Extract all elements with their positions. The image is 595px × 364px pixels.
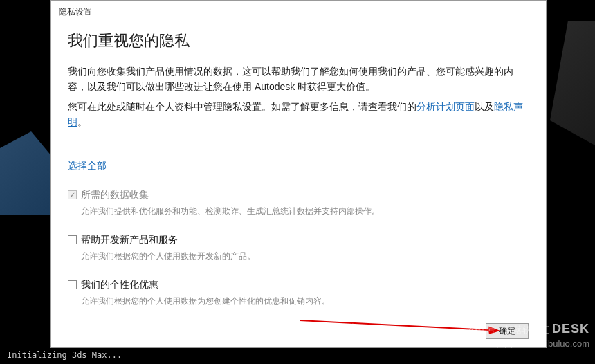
intro-paragraph-1: 我们向您收集我们产品使用情况的数据，这可以帮助我们了解您如何使用我们的产品、您可…: [68, 64, 529, 95]
privacy-heading: 我们重视您的隐私: [68, 30, 529, 51]
background-decoration-right: [550, 21, 595, 145]
watermark: 公众号：部落软件汇 DESK 官网：www.libuluo.com: [468, 320, 589, 350]
watermark-line2: 官网：www.libuluo.com: [468, 338, 589, 350]
intro2-suffix: 。: [77, 116, 87, 127]
checkbox-new-products[interactable]: [68, 235, 77, 244]
select-all-link[interactable]: 选择全部: [68, 160, 107, 172]
svg-line-0: [300, 320, 490, 330]
intro2-prefix: 您可在此处或随时在个人资料中管理隐私设置。如需了解更多信息，请查看我们的: [68, 101, 416, 112]
intro-paragraph-2: 您可在此处或随时在个人资料中管理隐私设置。如需了解更多信息，请查看我们的分析计划…: [68, 99, 529, 130]
option-personalized-offers: 我们的个性化优惠 允许我们根据您的个人使用数据为您创建个性化的优惠和促销内容。: [68, 279, 529, 307]
option-label: 我们的个性化优惠: [81, 279, 158, 291]
status-bar: Initializing 3ds Max...: [7, 350, 122, 360]
intro2-mid: 以及: [475, 101, 494, 112]
option-label: 帮助开发新产品和服务: [81, 234, 178, 246]
privacy-dialog: 隐私设置 我们重视您的隐私 我们向您收集我们产品使用情况的数据，这可以帮助我们了…: [50, 0, 547, 348]
option-new-products: 帮助开发新产品和服务 允许我们根据您的个人使用数据开发新的产品。: [68, 234, 529, 262]
option-row[interactable]: 我们的个性化优惠: [68, 279, 529, 291]
option-required-data: 所需的数据收集 允许我们提供和优化服务和功能、检测欺诈、生成汇总统计数据并支持内…: [68, 189, 529, 217]
watermark-brand: DESK: [552, 322, 589, 336]
watermark-line1: 公众号：部落软件汇 DESK: [468, 320, 589, 338]
option-desc: 允许我们根据您的个人使用数据开发新的产品。: [81, 251, 529, 262]
dialog-body: 我们重视您的隐私 我们向您收集我们产品使用情况的数据，这可以帮助我们了解您如何使…: [51, 24, 546, 316]
checkbox-required: [68, 190, 77, 199]
divider: [68, 147, 529, 147]
option-desc: 允许我们根据您的个人使用数据为您创建个性化的优惠和促销内容。: [81, 295, 529, 307]
option-label: 所需的数据收集: [81, 189, 149, 201]
option-row: 所需的数据收集: [68, 189, 529, 201]
dialog-title: 隐私设置: [51, 1, 546, 24]
background-decoration-left: [0, 131, 52, 215]
option-desc: 允许我们提供和优化服务和功能、检测欺诈、生成汇总统计数据并支持内部操作。: [81, 206, 529, 217]
option-row[interactable]: 帮助开发新产品和服务: [68, 234, 529, 246]
analysis-plan-link[interactable]: 分析计划页面: [416, 101, 475, 112]
checkbox-personalized[interactable]: [68, 280, 77, 289]
